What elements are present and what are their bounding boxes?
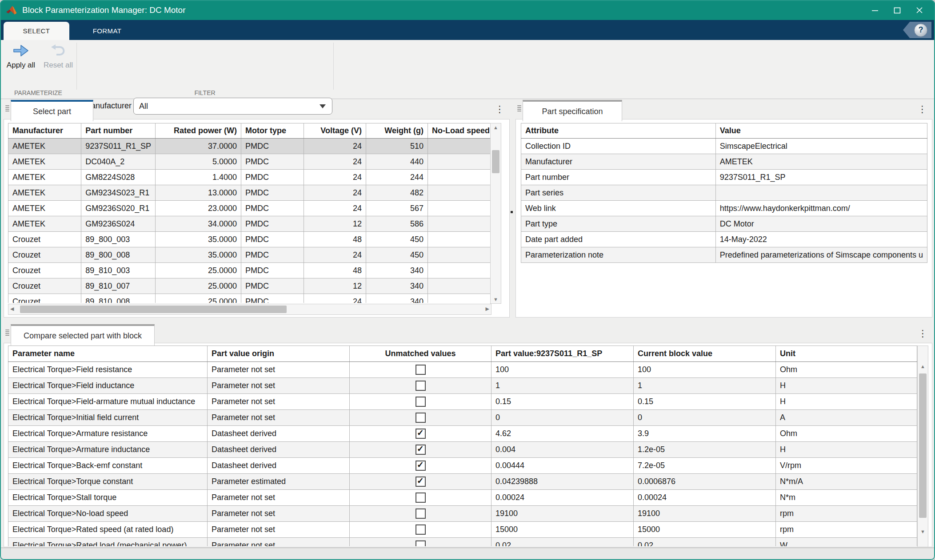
table-row[interactable]: Electrical Torque>Field resistanceParame… — [8, 362, 917, 378]
tab-select[interactable]: SELECT — [4, 22, 69, 40]
table-cell: 0.00444 — [491, 458, 634, 474]
scroll-down-arrow[interactable]: ▼ — [918, 529, 928, 534]
scrollbar-thumb[interactable] — [919, 373, 927, 518]
table-cell: AMETEK — [8, 185, 81, 201]
table-cell: 0.02 — [634, 538, 776, 547]
table-row[interactable]: Crouzet89_810_00825.0000PMDC24340 — [8, 294, 491, 303]
scroll-down-arrow[interactable]: ▼ — [491, 297, 501, 302]
scroll-left-arrow[interactable]: ◀ — [10, 304, 14, 314]
unmatched-checkbox[interactable]: ✓ — [416, 445, 426, 455]
unmatched-checkbox[interactable]: ✓ — [416, 429, 426, 439]
minimize-button[interactable] — [864, 3, 886, 18]
table-cell — [428, 247, 490, 263]
table-cell: 24 — [304, 139, 366, 154]
panel-splitter-handle[interactable] — [511, 211, 513, 213]
table-cell: Electrical Torque>Rated speed (at rated … — [8, 522, 208, 538]
unmatched-checkbox[interactable] — [416, 381, 426, 391]
table-cell — [350, 362, 491, 378]
table-cell: 244 — [366, 170, 428, 185]
unmatched-checkbox[interactable] — [416, 540, 426, 546]
table-row[interactable]: ManufacturerAMETEK — [521, 154, 927, 170]
panel-tab-part-specification[interactable]: Part specification — [523, 100, 622, 121]
table-row[interactable]: Electrical Torque>Field-armature mutual … — [8, 394, 917, 410]
table-cell: 0.0006876 — [634, 474, 776, 490]
table-row[interactable]: AMETEK9237S011_R1_SP37.0000PMDC24510 — [8, 139, 491, 154]
unmatched-checkbox[interactable] — [416, 365, 426, 375]
filter-section-label: FILTER — [76, 89, 333, 96]
tab-format[interactable]: FORMAT — [69, 22, 145, 40]
panel-tab-select-part[interactable]: Select part — [11, 100, 93, 121]
apply-all-button[interactable]: Apply all — [3, 43, 39, 70]
scroll-up-arrow[interactable]: ▲ — [918, 364, 928, 369]
table-row[interactable]: AMETEKGM8224S0281.4000PMDC24244 — [8, 170, 491, 185]
table-cell: Electrical Torque>Field-armature mutual … — [8, 394, 208, 410]
table-row[interactable]: AMETEKGM9234S023_R113.0000PMDC24482 — [8, 185, 491, 201]
panel-menu-kebab-icon[interactable]: ⋮ — [495, 103, 504, 115]
table-row[interactable]: Web linkhttps://www.haydonkerkpittman.co… — [521, 201, 927, 216]
table-cell: Electrical Torque>Field inductance — [8, 378, 208, 394]
unmatched-checkbox[interactable]: ✓ — [416, 477, 426, 487]
table-row[interactable]: Part number9237S011_R1_SP — [521, 170, 927, 185]
table-row[interactable]: Crouzet89_800_00835.0000PMDC24450 — [8, 247, 491, 263]
table-cell: N*m — [776, 490, 917, 506]
table-cell: Electrical Torque>Armature resistance — [8, 426, 208, 442]
table-row[interactable]: Electrical Torque>No-load speedParameter… — [8, 506, 917, 522]
table-cell: Parameterization note — [521, 247, 716, 263]
unmatched-checkbox[interactable] — [416, 397, 426, 407]
table-row[interactable]: AMETEKDC040A_25.0000PMDC24440 — [8, 154, 491, 170]
table-row[interactable]: Electrical Torque>Armature inductanceDat… — [8, 442, 917, 458]
drag-grip-icon[interactable] — [4, 330, 10, 337]
panel-tab-compare[interactable]: Compare selected part with block — [11, 324, 155, 346]
scrollbar-thumb[interactable] — [20, 306, 287, 313]
maximize-button[interactable] — [886, 3, 908, 18]
select-part-vertical-scrollbar[interactable]: ▲ ▼ — [490, 123, 501, 304]
table-row[interactable]: Crouzet89_810_00325.0000PMDC48340 — [8, 263, 491, 278]
unmatched-checkbox[interactable]: ✓ — [416, 461, 426, 471]
unmatched-checkbox[interactable] — [416, 413, 426, 423]
table-row[interactable]: Parameterization notePredefined paramete… — [521, 247, 927, 263]
table-row[interactable]: Electrical Torque>Field inductanceParame… — [8, 378, 917, 394]
table-row[interactable]: Part series — [521, 185, 927, 201]
close-button[interactable] — [908, 3, 931, 18]
table-row[interactable]: Crouzet89_810_00725.0000PMDC12340 — [8, 278, 491, 294]
help-button[interactable]: ? — [903, 22, 931, 38]
table-row[interactable]: Crouzet89_800_00335.0000PMDC48450 — [8, 232, 491, 247]
table-row[interactable]: AMETEKGM9236S02434.0000PMDC12586 — [8, 216, 491, 232]
table-cell: 37.0000 — [155, 139, 241, 154]
compare-vertical-scrollbar[interactable]: ▲ ▼ — [917, 346, 928, 547]
scroll-up-arrow[interactable]: ▲ — [491, 125, 501, 130]
drag-grip-icon[interactable] — [516, 105, 522, 112]
table-cell: 24 — [304, 294, 366, 303]
table-row[interactable]: Electrical Torque>Initial field currentP… — [8, 410, 917, 426]
table-row[interactable]: Electrical Torque>Rated load (mechanical… — [8, 538, 917, 547]
table-row[interactable]: Part typeDC Motor — [521, 216, 927, 232]
select-part-horizontal-scrollbar[interactable]: ◀ ▶ — [8, 304, 491, 315]
table-cell: 5.0000 — [155, 154, 241, 170]
table-row[interactable]: Electrical Torque>Stall torqueParameter … — [8, 490, 917, 506]
table-row[interactable]: AMETEKGM9236S020_R123.0000PMDC24567 — [8, 201, 491, 216]
unmatched-checkbox[interactable] — [416, 524, 426, 535]
section-divider — [76, 43, 77, 90]
table-row[interactable]: Electrical Torque>Torque constantParamet… — [8, 474, 917, 490]
table-cell: ✓ — [350, 426, 491, 442]
table-row[interactable]: Electrical Torque>Armature resistanceDat… — [8, 426, 917, 442]
table-cell: 7.2e-05 — [634, 458, 776, 474]
compare-table: Parameter namePart value originUnmatched… — [8, 346, 918, 546]
column-header: Motor type — [241, 123, 304, 139]
column-header: Weight (g) — [366, 123, 428, 139]
panel-menu-kebab-icon[interactable]: ⋮ — [918, 328, 927, 339]
table-cell: 25.0000 — [155, 278, 241, 294]
table-row[interactable]: Electrical Torque>Rated speed (at rated … — [8, 522, 917, 538]
drag-grip-icon[interactable] — [4, 105, 10, 112]
table-cell: H — [776, 378, 917, 394]
panel-menu-kebab-icon[interactable]: ⋮ — [918, 103, 927, 115]
table-cell: Datasheet derived — [208, 426, 350, 442]
unmatched-checkbox[interactable] — [416, 492, 426, 503]
table-row[interactable]: Electrical Torque>Back-emf constantDatas… — [8, 458, 917, 474]
table-cell: 0.00024 — [634, 490, 776, 506]
unmatched-checkbox[interactable] — [416, 508, 426, 519]
scrollbar-thumb[interactable] — [492, 150, 499, 173]
table-row[interactable]: Collection IDSimscapeElectrical — [521, 139, 927, 154]
scroll-right-arrow[interactable]: ▶ — [486, 304, 489, 314]
table-row[interactable]: Date part added14-May-2022 — [521, 232, 927, 247]
